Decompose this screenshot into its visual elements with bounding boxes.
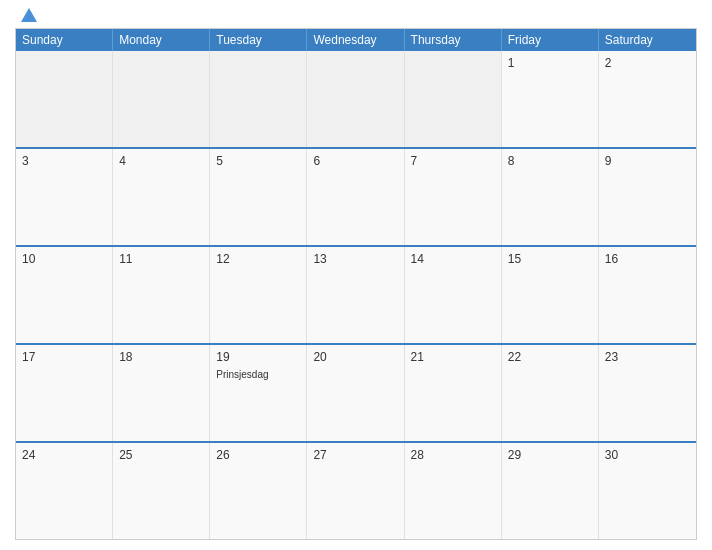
day-number: 12 [216,251,300,268]
week-row-2: 3456789 [16,147,696,245]
day-number: 7 [411,153,495,170]
day-cell: 26 [210,443,307,539]
day-cell: 12 [210,247,307,343]
day-number: 17 [22,349,106,366]
day-cell: 28 [405,443,502,539]
day-headers-row: SundayMondayTuesdayWednesdayThursdayFrid… [16,29,696,51]
day-number: 5 [216,153,300,170]
day-number: 29 [508,447,592,464]
day-cell: 11 [113,247,210,343]
day-number: 20 [313,349,397,366]
day-cell: 25 [113,443,210,539]
day-cell: 24 [16,443,113,539]
day-cell: 22 [502,345,599,441]
day-cell: 10 [16,247,113,343]
day-cell [16,51,113,147]
day-cell: 9 [599,149,696,245]
day-header-wednesday: Wednesday [307,29,404,51]
week-row-4: 171819Prinsjesdag20212223 [16,343,696,441]
day-header-sunday: Sunday [16,29,113,51]
day-cell: 13 [307,247,404,343]
day-number: 25 [119,447,203,464]
day-number: 30 [605,447,690,464]
day-number: 6 [313,153,397,170]
day-number: 3 [22,153,106,170]
day-number: 27 [313,447,397,464]
week-row-1: 12 [16,51,696,147]
day-number: 16 [605,251,690,268]
day-header-monday: Monday [113,29,210,51]
day-cell: 19Prinsjesdag [210,345,307,441]
day-cell: 2 [599,51,696,147]
day-cell: 21 [405,345,502,441]
day-cell [113,51,210,147]
day-cell: 5 [210,149,307,245]
weeks-container: 12345678910111213141516171819Prinsjesdag… [16,51,696,539]
calendar-grid: SundayMondayTuesdayWednesdayThursdayFrid… [15,28,697,540]
day-cell: 3 [16,149,113,245]
day-number: 23 [605,349,690,366]
day-number: 28 [411,447,495,464]
day-number: 2 [605,55,690,72]
day-number: 13 [313,251,397,268]
day-cell: 1 [502,51,599,147]
day-number: 24 [22,447,106,464]
day-cell: 8 [502,149,599,245]
week-row-3: 10111213141516 [16,245,696,343]
day-number: 8 [508,153,592,170]
day-header-tuesday: Tuesday [210,29,307,51]
day-header-friday: Friday [502,29,599,51]
day-cell: 30 [599,443,696,539]
header [15,10,697,22]
day-cell: 20 [307,345,404,441]
day-number: 14 [411,251,495,268]
day-cell: 23 [599,345,696,441]
day-number: 22 [508,349,592,366]
day-number: 9 [605,153,690,170]
day-cell: 29 [502,443,599,539]
day-header-thursday: Thursday [405,29,502,51]
day-number: 15 [508,251,592,268]
day-cell [210,51,307,147]
day-number: 4 [119,153,203,170]
day-cell [307,51,404,147]
day-cell: 16 [599,247,696,343]
day-cell [405,51,502,147]
week-row-5: 24252627282930 [16,441,696,539]
day-cell: 17 [16,345,113,441]
day-event: Prinsjesdag [216,368,300,381]
day-number: 18 [119,349,203,366]
day-cell: 6 [307,149,404,245]
day-number: 19 [216,349,300,366]
logo-triangle-icon [21,8,37,22]
day-header-saturday: Saturday [599,29,696,51]
day-cell: 14 [405,247,502,343]
day-number: 11 [119,251,203,268]
day-number: 26 [216,447,300,464]
day-cell: 4 [113,149,210,245]
day-number: 10 [22,251,106,268]
day-cell: 15 [502,247,599,343]
day-number: 1 [508,55,592,72]
calendar-page: SundayMondayTuesdayWednesdayThursdayFrid… [0,0,712,550]
logo [19,10,37,22]
day-cell: 27 [307,443,404,539]
day-cell: 7 [405,149,502,245]
day-number: 21 [411,349,495,366]
day-cell: 18 [113,345,210,441]
